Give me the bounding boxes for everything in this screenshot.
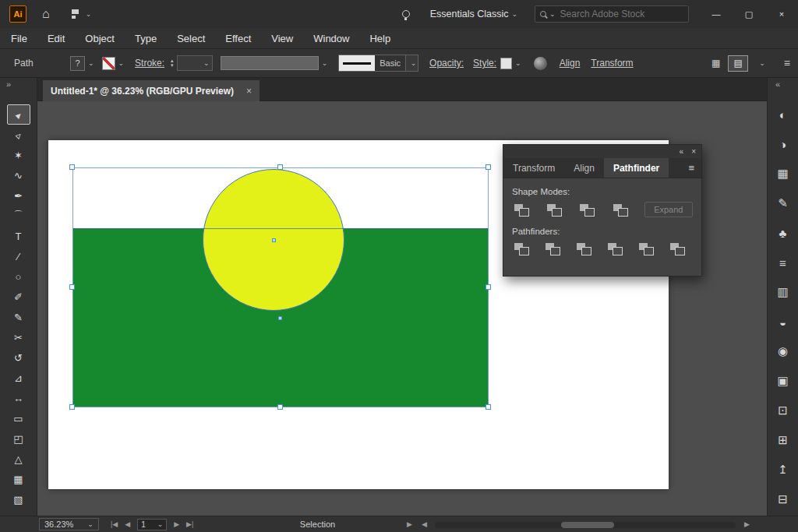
opacity-link[interactable]: Opacity: (429, 58, 464, 69)
panel-collapse-icon[interactable]: « (680, 147, 684, 156)
handle-top-left[interactable] (69, 164, 75, 170)
first-artboard-icon[interactable]: |◀ (111, 520, 118, 528)
symbols-panel-icon[interactable]: ♣ (768, 218, 798, 248)
scroll-left-icon[interactable]: ◀ (422, 520, 427, 528)
trim-button[interactable] (543, 241, 562, 255)
tool-scale[interactable]: ⊿ (7, 368, 30, 388)
handle-bottom-center[interactable] (277, 404, 283, 410)
swatches-panel-icon[interactable]: ▦ (768, 159, 798, 188)
merge-button[interactable] (574, 241, 593, 255)
home-icon[interactable]: ⌂ (42, 7, 50, 21)
artboards-panel-icon[interactable]: ⊞ (768, 425, 798, 455)
control-panel-menu-icon[interactable]: ≡ (784, 57, 790, 69)
handle-bottom-left[interactable] (69, 404, 75, 410)
brush-definition-dropdown[interactable] (221, 56, 319, 70)
tool-selection[interactable]: ▸ (7, 104, 30, 125)
handle-middle-left[interactable] (69, 284, 75, 290)
appearance-panel-icon[interactable]: ◉ (768, 336, 798, 366)
handle-bottom-right[interactable] (486, 404, 491, 410)
panel-close-icon[interactable]: × (691, 147, 696, 156)
workspace-chevron-icon[interactable]: ⌄ (511, 10, 517, 18)
panel-menu-icon[interactable]: ≡ (688, 162, 694, 174)
menu-effect[interactable]: Effect (225, 33, 251, 44)
transform-link[interactable]: Transform (591, 58, 633, 69)
tool-pencil[interactable]: ✎ (7, 307, 30, 327)
graphic-styles-panel-icon[interactable]: ▣ (768, 366, 798, 396)
tool-direct-selection[interactable]: ▹ (7, 125, 30, 145)
document-setup-widget[interactable]: ▤ (728, 55, 748, 72)
intersect-button[interactable] (578, 203, 596, 217)
toolbar-collapse-icon[interactable]: » (6, 79, 11, 89)
document-tab-close-icon[interactable]: × (246, 86, 252, 97)
fill-chevron-icon[interactable]: ⌄ (88, 59, 94, 67)
minus-back-button[interactable] (668, 241, 687, 255)
menu-edit[interactable]: Edit (48, 33, 65, 44)
handle-top-center[interactable] (277, 164, 283, 170)
tool-rotate[interactable]: ↺ (7, 347, 30, 368)
expand-button[interactable]: Expand (644, 202, 693, 217)
stroke-weight-label[interactable]: Stroke: (135, 58, 164, 69)
menu-object[interactable]: Object (85, 33, 115, 44)
pathfinder-panel-header[interactable]: « × (503, 145, 701, 158)
tab-pathfinder[interactable]: Pathfinder (604, 158, 669, 178)
handle-top-right[interactable] (486, 164, 491, 170)
tab-transform[interactable]: Transform (503, 158, 564, 178)
discover-lightbulb-icon[interactable] (402, 10, 410, 18)
stroke-weight-stepper[interactable]: ▴ ▾ (171, 58, 174, 68)
align-link[interactable]: Align (560, 58, 581, 69)
menu-select[interactable]: Select (177, 33, 205, 44)
tool-perspective-grid[interactable]: △ (7, 449, 30, 469)
maximize-button[interactable]: ▢ (733, 0, 765, 28)
unite-button[interactable] (512, 203, 530, 217)
stroke-chevron-icon[interactable]: ⌄ (118, 59, 125, 67)
artboard-number-dropdown[interactable]: 1 ⌄ (137, 519, 167, 530)
workspace-switcher[interactable]: Essentials Classic (430, 9, 509, 19)
menu-view[interactable]: View (271, 33, 293, 44)
stroke-weight-dropdown[interactable]: ⌄ (177, 55, 213, 71)
tool-pen[interactable]: ✒ (7, 185, 30, 206)
tool-shape-builder[interactable]: ◰ (7, 428, 30, 449)
last-artboard-icon[interactable]: ▶| (186, 520, 193, 528)
circle-center-point[interactable] (272, 238, 276, 242)
color-guide-panel-icon[interactable]: ◑ (768, 129, 798, 159)
tool-gradient[interactable]: ▧ (7, 489, 30, 509)
divide-button[interactable] (512, 241, 531, 255)
libraries-panel-icon[interactable]: ⊟ (768, 484, 798, 514)
tool-width[interactable]: ↔ (7, 388, 30, 408)
brush-definition-chevron-icon[interactable]: ⌄ (322, 59, 328, 67)
search-input[interactable] (560, 9, 683, 19)
stroke-panel-icon[interactable]: ≡ (768, 248, 798, 277)
arrange-documents-icon[interactable] (72, 9, 83, 19)
color-panel-icon[interactable]: ◐ (768, 100, 798, 129)
tool-curvature[interactable]: ⌒ (7, 206, 30, 226)
tool-paintbrush[interactable]: ✐ (7, 287, 30, 307)
zoom-chevron-icon[interactable]: ⌄ (87, 520, 94, 528)
style-link[interactable]: Style: (473, 58, 496, 69)
widget-chevron-icon[interactable]: ⌄ (759, 59, 765, 67)
stroke-swatch[interactable] (102, 57, 115, 70)
adobe-stock-search[interactable]: ⌄ (535, 5, 689, 23)
transparency-panel-icon[interactable]: ◒ (768, 307, 798, 336)
handle-middle-right[interactable] (486, 284, 491, 290)
minimize-button[interactable]: — (700, 0, 733, 28)
layers-panel-icon[interactable]: ⊡ (768, 396, 798, 425)
arrange-documents-chevron-icon[interactable]: ⌄ (86, 10, 92, 18)
status-popout-icon[interactable]: ▶ (407, 520, 412, 528)
isolate-grid-icon[interactable]: ▦ (711, 58, 720, 69)
asset-export-panel-icon[interactable]: ↥ (768, 455, 798, 484)
menu-help[interactable]: Help (369, 33, 390, 44)
graphic-style-swatch[interactable] (500, 58, 512, 69)
fill-swatch[interactable]: ? (70, 56, 85, 71)
horizontal-scrollbar-thumb[interactable] (561, 522, 614, 528)
tool-scissors[interactable]: ✂ (7, 327, 30, 347)
horizontal-scrollbar[interactable] (435, 522, 736, 528)
status-display[interactable]: Selection (230, 520, 405, 529)
menu-type[interactable]: Type (135, 33, 157, 44)
close-button[interactable]: × (765, 0, 798, 28)
recolor-artwork-icon[interactable] (534, 57, 547, 70)
tool-type[interactable]: T (7, 226, 30, 246)
document-tab[interactable]: Untitled-1* @ 36.23% (RGB/GPU Preview) × (43, 80, 260, 101)
rectangle-center-point[interactable] (278, 316, 282, 320)
variable-width-profile[interactable]: Basic ⌄ (338, 55, 418, 72)
exclude-button[interactable] (611, 203, 629, 217)
